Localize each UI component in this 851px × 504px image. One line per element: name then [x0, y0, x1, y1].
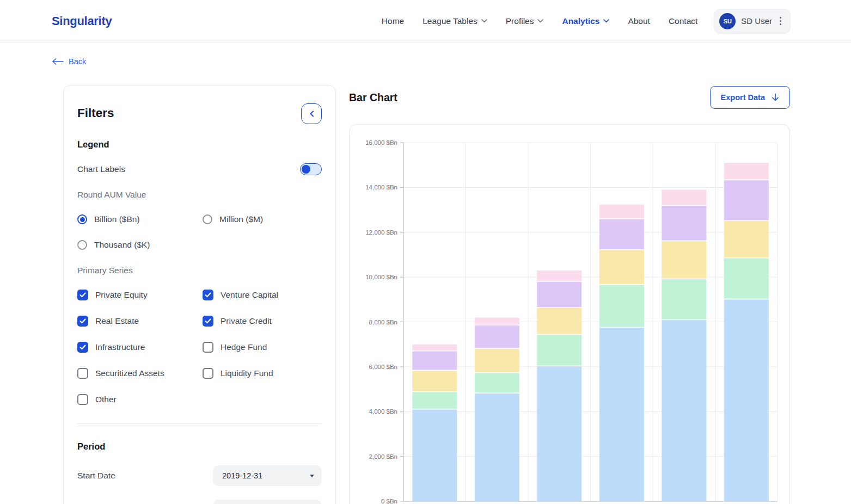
nav-item-about[interactable]: About [628, 16, 650, 26]
nav-item-analytics[interactable]: Analytics [562, 16, 609, 26]
chart-labels-toggle[interactable] [300, 163, 322, 175]
chevron-down-icon [481, 19, 487, 23]
bar-segment-infrastructure-2021[interactable] [537, 271, 581, 281]
y-axis-tick-label: 6,000 $Bn [369, 364, 397, 370]
checkbox-option-infrastructure[interactable]: Infrastructure [77, 342, 203, 353]
checkbox-icon[interactable] [77, 342, 88, 353]
round-aum-options: Billion ($Bn)Million ($M)Thousand ($K) [77, 214, 322, 250]
bar-segment-real-estate-2020[interactable] [475, 349, 519, 372]
checkbox-option-other[interactable]: Other [77, 394, 203, 405]
bar-segment-real-estate-2023[interactable] [662, 241, 706, 278]
radio-label: Thousand ($K) [94, 240, 150, 250]
start-date-value: 2019-12-31 [213, 471, 262, 480]
bar-segment-infrastructure-2020[interactable] [475, 317, 519, 324]
bar-chart-svg: 0 $Bn2,000 $Bn4,000 $Bn6,000 $Bn8,000 $B… [350, 125, 790, 504]
nav-item-contact[interactable]: Contact [669, 16, 697, 26]
bar-segment-private-equity-2020[interactable] [475, 394, 519, 501]
bar-segment-real-estate-2019[interactable] [412, 371, 457, 391]
bar-segment-real-estate-2021[interactable] [537, 308, 581, 334]
chart-title: Bar Chart [349, 91, 397, 104]
bar-segment-private-equity-2021[interactable] [537, 366, 581, 501]
check-icon [205, 318, 211, 324]
radio-option-thousand-k[interactable]: Thousand ($K) [77, 240, 203, 250]
primary-series-options: Private EquityVenture CapitalReal Estate… [77, 290, 322, 405]
checkbox-icon[interactable] [203, 342, 213, 353]
filters-title: Filters [77, 103, 114, 120]
checkbox-icon[interactable] [77, 290, 88, 300]
bar-segment-venture-capital-2021[interactable] [537, 335, 581, 366]
checkbox-icon[interactable] [77, 368, 88, 379]
bar-segment-private-credit-2019[interactable] [412, 352, 457, 370]
bar-segment-real-estate-2022[interactable] [599, 250, 644, 284]
checkbox-icon[interactable] [203, 290, 213, 300]
bar-chart-card: 0 $Bn2,000 $Bn4,000 $Bn6,000 $Bn8,000 $B… [349, 124, 790, 504]
export-data-button[interactable]: Export Data [710, 86, 790, 109]
bar-segment-infrastructure-2019[interactable] [412, 345, 457, 351]
checkbox-label: Securitized Assets [95, 368, 164, 378]
nav-item-label: Home [382, 16, 404, 26]
bar-segment-venture-capital-2023[interactable] [662, 279, 706, 319]
top-navbar: Singularity HomeLeague TablesProfilesAna… [0, 0, 851, 42]
nav-item-label: League Tables [423, 16, 477, 26]
checkbox-icon[interactable] [77, 316, 88, 327]
radio-option-billion-bn[interactable]: Billion ($Bn) [77, 214, 203, 224]
bar-segment-venture-capital-2019[interactable] [412, 392, 457, 409]
bar-segment-venture-capital-2022[interactable] [599, 285, 644, 327]
user-menu[interactable]: SU SD User [714, 9, 791, 34]
radio-icon[interactable] [77, 214, 87, 224]
bar-segment-private-credit-2021[interactable] [537, 282, 581, 308]
checkbox-option-venture-capital[interactable]: Venture Capital [203, 290, 322, 300]
chart-section: Bar Chart Export Data 0 $Bn2,000 $Bn4,00… [349, 85, 790, 504]
nav-item-home[interactable]: Home [382, 16, 404, 26]
checkbox-option-real-estate[interactable]: Real Estate [77, 316, 203, 327]
checkbox-option-hedge-fund[interactable]: Hedge Fund [203, 342, 322, 353]
nav-item-league-tables[interactable]: League Tables [423, 16, 487, 26]
bar-segment-private-credit-2022[interactable] [599, 219, 644, 249]
bar-segment-private-equity-2019[interactable] [412, 410, 457, 502]
collapse-filters-button[interactable] [301, 103, 322, 124]
bar-segment-infrastructure-2023[interactable] [662, 190, 706, 205]
radio-icon[interactable] [203, 214, 212, 224]
checkbox-option-private-credit[interactable]: Private Credit [203, 316, 322, 327]
checkbox-icon[interactable] [77, 394, 88, 405]
y-axis-tick-label: 4,000 $Bn [369, 408, 397, 415]
main-nav: HomeLeague TablesProfilesAnalyticsAboutC… [382, 16, 697, 26]
bar-segment-private-credit-2023[interactable] [662, 206, 706, 241]
bar-segment-private-equity-2024[interactable] [724, 299, 769, 501]
start-date-select[interactable]: 2019-12-31 [213, 465, 322, 486]
bar-segment-private-equity-2022[interactable] [599, 328, 644, 501]
bar-segment-real-estate-2024[interactable] [724, 221, 769, 257]
bar-segment-venture-capital-2024[interactable] [724, 259, 769, 299]
y-axis-tick-label: 12,000 $Bn [365, 229, 397, 236]
bar-segment-infrastructure-2022[interactable] [599, 205, 644, 219]
bar-segment-private-equity-2023[interactable] [662, 320, 706, 501]
kebab-menu-icon[interactable] [777, 16, 783, 26]
brand-logo[interactable]: Singularity [52, 14, 112, 28]
bar-segment-infrastructure-2024[interactable] [724, 163, 769, 180]
nav-item-profiles[interactable]: Profiles [506, 16, 544, 26]
toggle-knob [302, 165, 310, 174]
bar-segment-venture-capital-2020[interactable] [475, 373, 519, 392]
checkbox-option-liquidity-fund[interactable]: Liquidity Fund [203, 368, 322, 379]
checkbox-option-private-equity[interactable]: Private Equity [77, 290, 203, 300]
y-axis-tick-label: 10,000 $Bn [365, 274, 397, 280]
bar-segment-private-credit-2024[interactable] [724, 180, 769, 220]
end-date-select[interactable]: 2024-12-31 [213, 500, 322, 504]
chevron-down-icon [537, 19, 543, 23]
nav-item-label: About [628, 16, 650, 26]
avatar: SU [719, 13, 736, 29]
y-axis-tick-label: 14,000 $Bn [365, 184, 397, 190]
bar-segment-private-credit-2020[interactable] [475, 325, 519, 348]
legend-heading: Legend [77, 139, 322, 150]
back-link[interactable]: Back [52, 57, 86, 66]
checkbox-icon[interactable] [203, 368, 213, 379]
check-icon [79, 292, 86, 298]
radio-option-million-m[interactable]: Million ($M) [203, 214, 322, 224]
radio-icon[interactable] [77, 240, 87, 250]
checkbox-option-securitized-assets[interactable]: Securitized Assets [77, 368, 203, 379]
round-aum-label: Round AUM Value [77, 190, 322, 200]
nav-item-label: Profiles [506, 16, 534, 26]
checkbox-icon[interactable] [203, 316, 213, 327]
checkbox-label: Real Estate [95, 316, 139, 326]
checkbox-label: Infrastructure [95, 342, 145, 352]
